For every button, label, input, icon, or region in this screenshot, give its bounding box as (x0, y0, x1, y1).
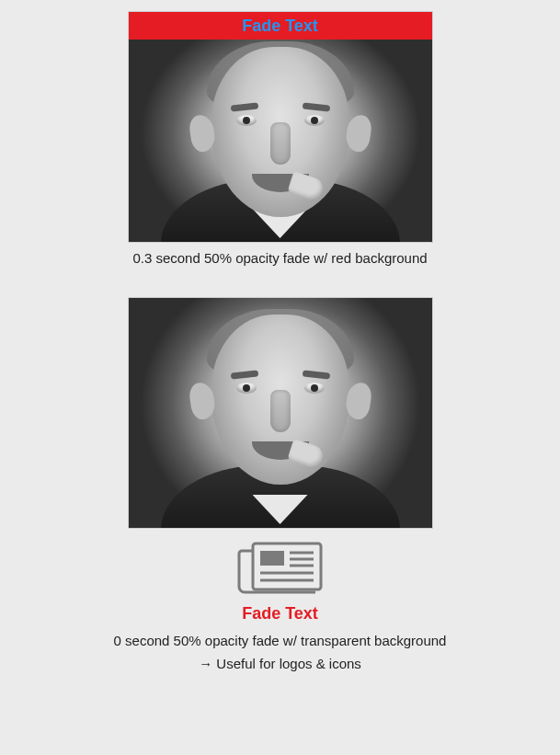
newspaper-icon (236, 540, 325, 597)
fade-banner-text: Fade Text (242, 17, 318, 36)
example-1-caption: 0.3 second 50% opacity fade w/ red backg… (132, 250, 427, 266)
svg-rect-1 (260, 551, 284, 566)
example-1-image: Fade Text (128, 11, 433, 243)
icon-example: Fade Text 0 second 50% opacity fade w/ t… (114, 540, 447, 671)
portrait-face (198, 47, 363, 240)
icon-fade-label: Fade Text (242, 604, 318, 623)
example-1: Fade Text 0.3 second 50% opacity fade w/… (128, 11, 433, 266)
example-2 (128, 297, 433, 529)
fade-banner: Fade Text (129, 12, 432, 40)
page-container: Fade Text 0.3 second 50% opacity fade w/… (0, 0, 560, 671)
portrait-face (198, 315, 363, 508)
example-2-image (128, 297, 433, 529)
icon-caption-line1: 0 second 50% opacity fade w/ transparent… (114, 633, 447, 648)
icon-caption-line2: → Useful for logos & icons (199, 656, 361, 671)
